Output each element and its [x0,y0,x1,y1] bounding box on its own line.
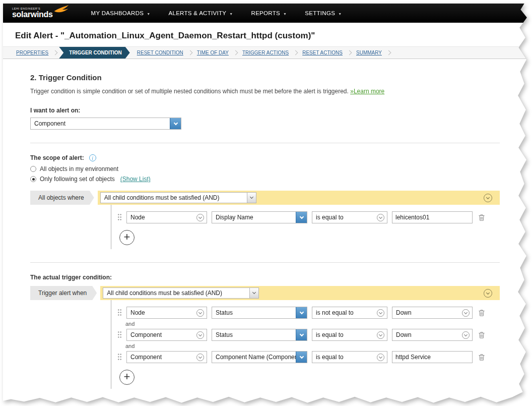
trash-icon[interactable] [478,309,485,317]
object-type-select[interactable]: Component [126,329,207,341]
trigger-rows: Node Status is not equal to Down [111,300,500,389]
trigger-builder-header: Trigger alert when All child conditions … [30,286,500,300]
drag-handle-icon[interactable] [117,353,122,361]
scope-and-bar: All child conditions must be satisfied (… [98,191,500,205]
step-summary[interactable]: SUMMARY [356,50,382,55]
field-value: Component Name (Component [216,354,296,361]
trigger-child-conditions-select[interactable]: All child conditions must be satisfied (… [103,287,259,299]
dropdown-button-icon[interactable] [296,212,307,223]
radio-only-set[interactable] [30,176,36,182]
add-condition-button[interactable] [119,370,135,385]
scope-option-all[interactable]: All objects in my environment [30,165,500,172]
dropdown-button-icon[interactable] [249,288,258,298]
operator-value: is not equal to [316,309,374,316]
operator-select[interactable]: is equal to [312,329,387,341]
nav-reports[interactable]: REPORTS [251,10,287,16]
trash-icon[interactable] [478,331,485,339]
radio-all-objects[interactable] [30,166,36,172]
value-input[interactable] [392,351,473,363]
operator-select[interactable]: is equal to [312,351,387,363]
add-condition-button[interactable] [119,230,135,245]
dropdown-button-icon[interactable] [296,352,307,363]
chevron-down-icon [338,10,342,16]
chevron-down-icon [147,10,150,16]
scope-condition-builder: All objects where All child conditions m… [30,191,500,249]
object-type-select[interactable]: Node [126,307,207,319]
chevron-down-icon[interactable] [377,331,384,339]
object-type-select[interactable]: Component [126,351,207,363]
screenshot-wrapper: LEHI ENGINEER'S solarwinds MY DASHBOARDS… [0,4,532,406]
chevron-down-icon[interactable] [196,309,204,317]
drag-handle-icon[interactable] [117,213,122,221]
nav-my-dashboards-label: MY DASHBOARDS [91,10,144,16]
scope-child-conditions-select[interactable]: All child conditions must be satisfied (… [100,192,256,203]
alert-on-select[interactable]: Component [30,118,181,130]
value-select[interactable]: Down [392,307,473,319]
trash-icon[interactable] [478,354,485,361]
step-trigger-actions[interactable]: TRIGGER ACTIONS [242,50,289,55]
and-connector: and [125,321,500,327]
dropdown-button-icon[interactable] [296,307,307,318]
trigger-and-bar: All child conditions must be satisfied (… [100,286,500,300]
step-reset-condition[interactable]: RESET CONDITION [137,50,183,55]
value-input[interactable] [392,211,473,223]
trash-icon[interactable] [478,214,485,221]
brand-text: LEHI ENGINEER'S solarwinds [12,8,53,19]
operator-value: is equal to [316,214,374,221]
chevron-down-icon[interactable] [377,354,384,361]
condition-row: Node Display Name is equal to [117,211,500,223]
operator-select[interactable]: is equal to [312,211,387,223]
main-content: 2. Trigger Condition Trigger condition i… [3,59,528,389]
chevron-down-icon[interactable] [377,309,384,317]
nav-alerts-activity[interactable]: ALERTS & ACTIVITY [168,10,233,16]
step-reset-actions[interactable]: RESET ACTIONS [302,50,343,55]
collapse-section-icon[interactable] [484,289,492,298]
learn-more-link[interactable]: »Learn more [350,88,384,95]
value-select[interactable]: Down [392,329,473,341]
chevron-down-icon[interactable] [462,331,470,339]
divider [30,143,500,143]
nav-settings[interactable]: SETTINGS [305,10,342,16]
chevron-down-icon[interactable] [462,309,470,317]
alert-on-value: Component [34,120,170,127]
scope-tag: All objects where [30,191,94,205]
chevron-separator-icon [347,50,352,55]
condition-row: Node Status is not equal to Down [117,307,500,319]
object-type-select[interactable]: Node [126,211,207,223]
dropdown-button-icon[interactable] [296,329,307,340]
scope-builder-header: All objects where All child conditions m… [30,191,500,205]
step-trigger-condition-active[interactable]: TRIGGER CONDITION [59,47,129,59]
show-list-link[interactable]: (Show List) [120,176,151,183]
description-text: Trigger condition is simple condition or… [30,88,350,95]
chevron-down-icon[interactable] [196,331,204,339]
operator-select[interactable]: is not equal to [312,307,387,319]
scope-rows: Node Display Name is equal to [111,205,500,249]
info-icon[interactable]: i [89,154,96,161]
object-type-value: Node [130,214,194,221]
value-value: Down [396,309,459,316]
collapse-section-icon[interactable] [484,194,492,202]
dropdown-button-icon[interactable] [247,193,256,203]
chevron-down-icon[interactable] [196,354,204,361]
nav-my-dashboards[interactable]: MY DASHBOARDS [91,10,151,16]
nav-reports-label: REPORTS [251,10,280,16]
step-properties[interactable]: PROPERTIES [16,50,48,55]
field-select[interactable]: Display Name [212,211,307,223]
radio-all-objects-label: All objects in my environment [40,165,118,172]
chevron-down-icon[interactable] [196,214,204,221]
step-time-of-day[interactable]: TIME OF DAY [197,50,229,55]
field-select[interactable]: Status [212,329,307,341]
trigger-and-dropdown-value: All child conditions must be satisfied (… [107,289,249,297]
brand-name-label: solarwinds [12,11,53,19]
field-value: Display Name [216,214,296,221]
dropdown-button-icon[interactable] [170,118,181,129]
trigger-label: The actual trigger condition: [30,274,500,281]
field-select[interactable]: Component Name (Component [212,351,307,363]
chevron-down-icon[interactable] [377,214,384,221]
field-select[interactable]: Status [212,307,307,319]
drag-handle-icon[interactable] [117,309,122,317]
solarwinds-logo[interactable]: LEHI ENGINEER'S solarwinds [12,8,69,19]
scope-option-subset[interactable]: Only following set of objects (Show List… [30,176,500,183]
section-description: Trigger condition is simple condition or… [30,88,500,95]
drag-handle-icon[interactable] [117,331,122,339]
